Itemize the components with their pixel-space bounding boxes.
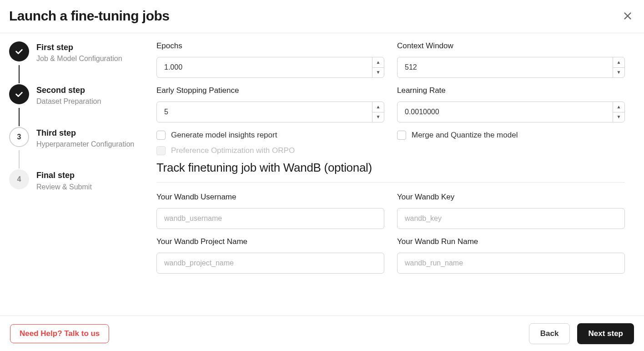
step-2-text: Second step Dataset Preparation [36, 84, 101, 107]
wandb-key-field: Your Wandb Key [397, 193, 625, 229]
context-window-label: Context Window [397, 41, 625, 51]
step-4-title: Final step [36, 170, 92, 181]
close-button[interactable] [620, 9, 635, 23]
back-button[interactable]: Back [529, 323, 570, 344]
connector-3 [9, 149, 29, 169]
epochs-input[interactable] [157, 57, 372, 77]
step-2-sub: Dataset Preparation [36, 97, 101, 107]
context-window-field: Context Window ▲ ▼ [397, 41, 625, 78]
learning-rate-spinner: ▲ ▼ [613, 102, 624, 122]
context-window-input-wrap: ▲ ▼ [397, 57, 625, 78]
stepper: First step Job & Model Configuration Sec… [0, 33, 147, 308]
wandb-section-title: Track finetuning job with WandB (optiona… [156, 161, 625, 183]
wandb-key-label: Your Wandb Key [397, 193, 625, 202]
insights-checkbox[interactable] [156, 131, 166, 140]
step-1-circle [9, 41, 29, 61]
check-icon [14, 46, 24, 56]
context-window-spinner: ▲ ▼ [613, 57, 624, 77]
learning-rate-down[interactable]: ▼ [613, 112, 624, 122]
step-3-text: Third step Hyperparameter Configuration [36, 127, 134, 150]
epochs-up[interactable]: ▲ [372, 57, 384, 68]
wandb-key-input[interactable] [397, 208, 625, 229]
step-1[interactable]: First step Job & Model Configuration [9, 41, 139, 64]
content-scroll[interactable]: First step Job & Model Configuration Sec… [0, 33, 644, 308]
early-stop-input[interactable] [157, 102, 372, 122]
orpo-checkbox [156, 146, 166, 155]
learning-rate-label: Learning Rate [397, 86, 625, 95]
merge-check-item[interactable]: Merge and Quantize the model [397, 131, 625, 140]
step-4-text: Final step Review & Submit [36, 169, 92, 192]
epochs-down[interactable]: ▼ [372, 68, 384, 78]
footer: Need Help? Talk to us Back Next step [0, 315, 644, 351]
step-4-circle: 4 [9, 169, 29, 189]
step-3-sub: Hyperparameter Configuration [36, 139, 134, 149]
page-title: Launch a fine-tuning jobs [9, 8, 169, 24]
early-stop-input-wrap: ▲ ▼ [156, 102, 384, 122]
early-stop-up[interactable]: ▲ [372, 102, 384, 112]
step-1-text: First step Job & Model Configuration [36, 41, 122, 64]
next-button[interactable]: Next step [577, 323, 634, 344]
insights-check-item[interactable]: Generate model insights report [156, 131, 384, 140]
wandb-project-label: Your Wandb Project Name [156, 237, 384, 246]
learning-rate-input-wrap: ▲ ▼ [397, 102, 625, 122]
wandb-project-field: Your Wandb Project Name [156, 237, 384, 274]
step-4[interactable]: 4 Final step Review & Submit [9, 169, 139, 192]
context-window-down[interactable]: ▼ [613, 68, 624, 78]
step-3[interactable]: 3 Third step Hyperparameter Configuratio… [9, 127, 139, 150]
orpo-check-item: Preference Optimization with ORPO [156, 146, 625, 155]
step-2-circle [9, 84, 29, 104]
insights-label: Generate model insights report [171, 131, 277, 140]
learning-rate-input[interactable] [397, 102, 613, 122]
step-3-title: Third step [36, 128, 134, 138]
wandb-run-label: Your Wandb Run Name [397, 237, 625, 246]
context-window-input[interactable] [397, 57, 613, 77]
wandb-user-field: Your Wandb Username [156, 193, 384, 229]
early-stop-spinner: ▲ ▼ [372, 102, 384, 122]
context-window-up[interactable]: ▲ [613, 57, 624, 68]
learning-rate-up[interactable]: ▲ [613, 102, 624, 112]
step-3-circle: 3 [9, 127, 29, 147]
early-stop-field: Early Stopping Patience ▲ ▼ [156, 86, 384, 122]
wandb-user-input[interactable] [156, 208, 384, 229]
wandb-project-input[interactable] [156, 253, 384, 274]
epochs-label: Epochs [156, 41, 384, 51]
merge-checkbox[interactable] [397, 131, 406, 140]
early-stop-down[interactable]: ▼ [372, 112, 384, 122]
wandb-user-label: Your Wandb Username [156, 193, 384, 202]
form-area: Epochs ▲ ▼ Context Window ▲ ▼ [147, 33, 641, 308]
wandb-run-input[interactable] [397, 253, 625, 274]
footer-right: Back Next step [529, 323, 634, 344]
step-2[interactable]: Second step Dataset Preparation [9, 84, 139, 107]
checks-row: Generate model insights report Merge and… [156, 131, 625, 140]
epochs-field: Epochs ▲ ▼ [156, 41, 384, 78]
wandb-run-field: Your Wandb Run Name [397, 237, 625, 274]
connector-2 [9, 107, 29, 127]
step-4-sub: Review & Submit [36, 182, 92, 192]
close-icon [623, 11, 633, 21]
connector-1 [9, 64, 29, 84]
epochs-input-wrap: ▲ ▼ [156, 57, 384, 78]
step-1-sub: Job & Model Configuration [36, 54, 122, 64]
dialog-header: Launch a fine-tuning jobs [0, 0, 644, 33]
learning-rate-field: Learning Rate ▲ ▼ [397, 86, 625, 122]
merge-label: Merge and Quantize the model [412, 131, 518, 140]
check-icon [14, 89, 24, 99]
early-stop-label: Early Stopping Patience [156, 86, 384, 95]
step-1-title: First step [36, 42, 122, 53]
step-2-title: Second step [36, 85, 101, 96]
orpo-label: Preference Optimization with ORPO [171, 146, 295, 155]
help-button[interactable]: Need Help? Talk to us [10, 324, 109, 343]
epochs-spinner: ▲ ▼ [372, 57, 384, 77]
